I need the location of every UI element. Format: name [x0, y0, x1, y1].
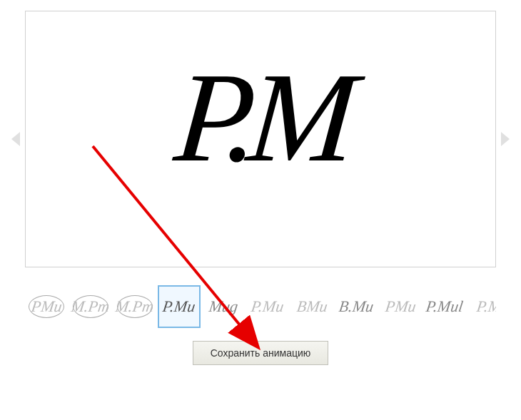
thumbnail-signature-text: M.Pm	[115, 300, 155, 313]
signature-thumbnail[interactable]: PMu	[25, 285, 68, 328]
signature-thumbnail[interactable]: M.Pm	[69, 285, 112, 328]
signature-thumbnail[interactable]: P.Mu	[158, 285, 201, 328]
thumbnail-signature-text: BMu	[295, 300, 328, 313]
signature-thumbnail[interactable]: BMu	[290, 285, 333, 328]
signature-thumbnail[interactable]: P.M	[467, 285, 496, 328]
signature-thumbnail[interactable]: P.Mul	[423, 285, 466, 328]
thumbnail-signature-text: M.Pm	[71, 300, 111, 313]
signature-preview-panel: P.M	[25, 11, 496, 267]
thumbnail-signature-text: P.M	[476, 300, 496, 313]
thumbnail-signature-text: PMu	[384, 300, 416, 313]
signature-thumbnail[interactable]: M.Pm	[113, 285, 156, 328]
thumbnail-signature-text: P.Mu	[162, 300, 196, 313]
next-arrow-icon[interactable]	[501, 132, 510, 146]
thumbnail-signature-text: B.Mu	[338, 300, 375, 313]
signature-thumbnail[interactable]: B.Mu	[335, 285, 378, 328]
thumbnail-signature-text: PMu	[30, 300, 62, 313]
thumbnail-signature-text: P.Mul	[425, 300, 464, 313]
signature-thumbnails: PMuM.PmM.PmP.MuMugP.MuBMuB.MuPMuP.MulP.M	[25, 285, 496, 328]
signature-thumbnail[interactable]: P.Mu	[246, 285, 289, 328]
save-animation-button[interactable]: Сохранить анимацию	[193, 341, 329, 365]
signature-thumbnail[interactable]: Mug	[202, 285, 245, 328]
thumbnail-signature-text: P.Mu	[251, 300, 285, 313]
thumbnail-signature-text: Mug	[208, 300, 239, 313]
signature-thumbnail[interactable]: PMu	[379, 285, 422, 328]
prev-arrow-icon[interactable]	[11, 132, 20, 146]
signature-preview: P.M	[171, 53, 350, 182]
